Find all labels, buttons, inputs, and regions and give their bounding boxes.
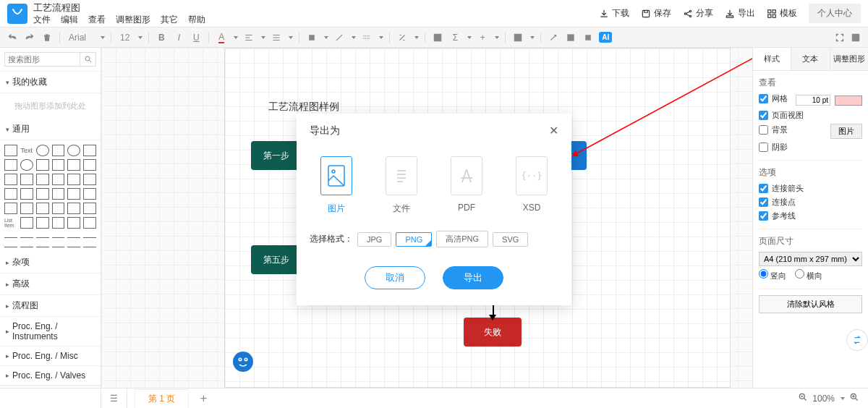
export-type-pdf[interactable]: PDF <box>451 156 482 215</box>
format-hdpng[interactable]: 高清PNG <box>436 231 488 247</box>
export-type-image[interactable]: 图片 <box>320 156 352 215</box>
export-type-file[interactable]: 文件 <box>386 156 417 215</box>
format-svg[interactable]: SVG <box>493 232 528 247</box>
export-type-xsd[interactable]: {··} XSD <box>516 156 548 215</box>
format-label: 选择格式： <box>310 233 353 245</box>
format-jpg[interactable]: JPG <box>357 232 391 247</box>
export-confirm-button[interactable]: 导出 <box>443 266 503 289</box>
format-png[interactable]: PNG <box>396 232 432 247</box>
cancel-button[interactable]: 取消 <box>365 266 425 289</box>
export-modal: 导出为 ✕ 图片 文件 PDF {··} XSD 选择格式： JPG PNG 高… <box>297 114 571 305</box>
close-icon[interactable]: ✕ <box>549 124 558 137</box>
svg-point-25 <box>332 170 335 173</box>
modal-title: 导出为 <box>310 124 340 137</box>
svg-rect-24 <box>328 166 344 186</box>
